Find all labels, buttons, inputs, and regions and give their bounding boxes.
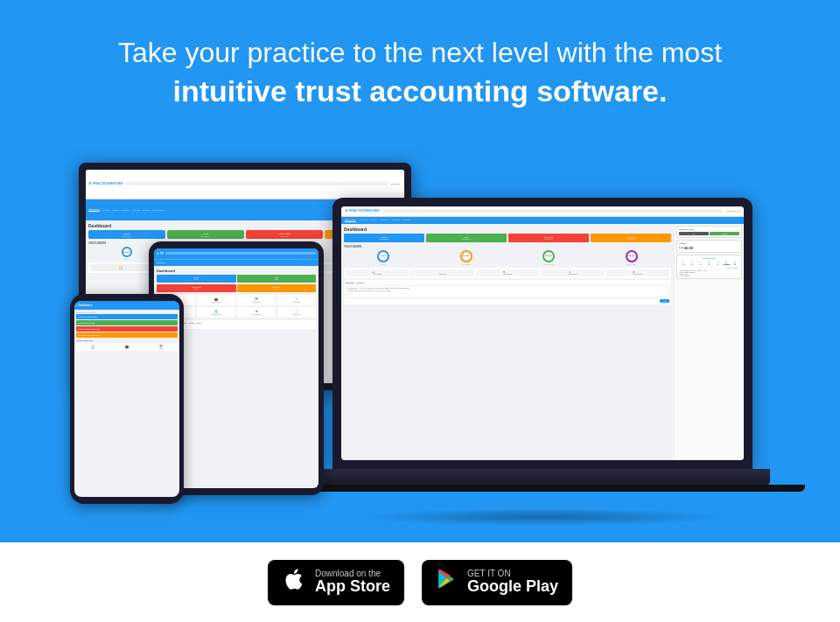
tablet-search [165, 252, 316, 255]
t-billable: BILLABLE $22K [237, 284, 317, 292]
laptop-nav: Dashboard Contacts Matters Calendar Acti… [341, 217, 744, 224]
app-store-main: App Store [315, 578, 390, 596]
page-wrapper: Take your practice to the next level wit… [0, 0, 840, 622]
l-today-circle: 6 hrs. [377, 250, 389, 262]
nav-contacts: Contacts [102, 209, 110, 212]
phone-billable: BILLABLE $22,455.50 usd [76, 332, 178, 338]
phone-trust-txt: TRUST $110,525.50 usd [78, 316, 97, 318]
devices-container: ⚙ PRACTICEPANTHER Nala Biliban Dashboard… [70, 145, 770, 521]
l-play-icon: ▶ [682, 246, 683, 249]
today-circle: 6 hrs. [122, 247, 132, 257]
laptop-base [315, 469, 770, 485]
l-month-lbl: THIS MONTH [543, 263, 554, 265]
phone-paid-txt: PAID $72,395.75 usd [78, 322, 94, 324]
phone-dashboard: ≡ Dashboard Date Range: ALL TIME ▼ TRUST… [74, 301, 179, 497]
ti-6: 💲New Invoice [197, 307, 235, 318]
l-agenda-label: YOUR AGENDA [679, 267, 739, 269]
l-week-circle: 32 hrs. [460, 250, 472, 262]
l-week-lbl: THIS WEEK [461, 263, 471, 265]
app-store-badge[interactable]: Download on the App Store [268, 560, 404, 605]
l-today-lbl: TODAY [381, 263, 387, 265]
store-badges-section: Download on the App Store GET IT ON Goog… [0, 542, 840, 622]
l-week: 32 hrs. THIS WEEK [427, 250, 507, 265]
due-value: $6,430.00 [281, 235, 289, 237]
l-timer-title: TIMER [679, 242, 739, 245]
laptop-cards: TRUST $110,525.50 PAID $72,395.75 [344, 234, 671, 242]
ti-4: ✓New Task [277, 295, 316, 305]
lnav-activities: Activities [391, 219, 400, 221]
phone-header: ≡ Dashboard [74, 301, 179, 310]
google-play-badge[interactable]: GET IT ON Google Play [422, 560, 572, 605]
phone-display: ≡ Dashboard Date Range: ALL TIME ▼ TRUST… [74, 301, 179, 497]
l-trust-val: $110,525.50 [379, 238, 388, 240]
pi-2: 💼Contact [110, 343, 144, 351]
l-today: 6 hrs. TODAY [344, 250, 424, 265]
google-play-text: GET IT ON Google Play [467, 569, 558, 596]
nav-dashboard: Dashboard [88, 208, 100, 212]
l-year: 486 hrs. THIS YEAR [592, 250, 672, 265]
l-activity2: The payment account at All-Bank is the T… [347, 290, 668, 291]
t-due: TOTAL DUE $6.4K [157, 284, 236, 292]
phone-paid: PAID $72,395.75 usd [76, 320, 178, 325]
l-cal-month: MARCH 2017 [679, 257, 739, 260]
laptop-shadow [360, 508, 724, 526]
l-save-row: Save [346, 299, 669, 303]
ti-8: 📄New Note [277, 307, 316, 318]
lnav-contacts: Contacts [359, 219, 368, 221]
laptop-right-panel: MOBILE APPS iOS Android TIMER [674, 224, 744, 460]
laptop-user: Nala Biliban ▼ [725, 210, 740, 213]
lnav-calendar: Calendar [380, 219, 388, 221]
l-timer-value: 45:09 [684, 246, 693, 250]
laptop-dashboard: ⚙ PRACTICEPANTHER Nala Biliban ▼ Dashboa… [341, 206, 744, 460]
search-bar [126, 182, 388, 185]
laptop-dash-title: Dashboard [344, 227, 671, 232]
phone-icons: 📋Matter 💼Contact 📅Event [76, 343, 178, 351]
t-paid-val: $72K [275, 278, 278, 280]
l-hours-label: YOUR HOURS [344, 245, 671, 248]
phone: ≡ Dashboard Date Range: ALL TIME ▼ TRUST… [70, 294, 184, 504]
l-activity1: Nalia Biliban — For Elphi Patterson / he… [347, 287, 668, 289]
t-billable-val: $22K [275, 288, 278, 290]
l-month: 80 hrs. THIS MONTH [509, 250, 589, 265]
app-store-text: Download on the App Store [315, 569, 390, 596]
ti-2: 💼New Contact [197, 295, 235, 305]
l-save-button[interactable]: Save [660, 299, 669, 303]
user-name: Nala Biliban [390, 183, 400, 185]
l-android-btn: Android [710, 232, 739, 235]
l-billable-card: BILLABLE $22,455.50 [591, 234, 671, 242]
tablet-cards: TRUST $110K PAID $72K [157, 275, 316, 283]
l-cal-grid: Su Mo Tu We Th Fr Sa [679, 261, 739, 266]
l-cal-d20-today: 17 [723, 264, 731, 265]
paid-card: PAID $72,395.75 [167, 230, 244, 239]
l-calendar: MARCH 2017 Su Mo Tu We Th Fr [676, 255, 742, 280]
laptop-main: Dashboard TRUST $110,525.50 PAID [341, 224, 674, 460]
phone-title: ≡ Dashboard [76, 304, 92, 307]
nav-invoices: Invoices [142, 209, 150, 212]
laptop-header: ⚙ PRACTICEPANTHER Nala Biliban ▼ [341, 206, 744, 217]
l-qc4: 💲Track Time [541, 269, 604, 276]
l-agenda4: ▪ Call w/ Biliban [679, 275, 739, 276]
total-due-card: TOTAL DUE $6,430.00 [246, 230, 323, 239]
ti-3: 📅New Event [237, 295, 276, 305]
laptop-screen: ⚙ PRACTICEPANTHER Nala Biliban ▼ Dashboa… [332, 198, 752, 469]
t-paid: PAID $72K [237, 275, 317, 283]
google-play-main: Google Play [467, 578, 558, 596]
ti-7: ✉Add Contact [237, 307, 276, 318]
dash-header: ⚙ PRACTICEPANTHER Nala Biliban [86, 170, 404, 199]
phone-content: Date Range: ALL TIME ▼ TRUST $110,525.50… [74, 310, 179, 353]
tablet-title: Dashboard [157, 269, 316, 273]
laptop-hours: 6 hrs. TODAY 32 hrs. THIS WEEK [344, 250, 671, 265]
headline-bold: intuitive trust accounting software. [118, 72, 722, 110]
phone-date-range: Date Range: ALL TIME ▼ [76, 311, 178, 313]
l-qc2: ✓New Task [410, 269, 473, 276]
l-ios-btn: iOS [679, 232, 709, 235]
laptop-foot [315, 485, 805, 492]
laptop-display: ⚙ PRACTICEPANTHER Nala Biliban ▼ Dashboa… [341, 206, 744, 460]
l-billable-val: $22,455.50 [626, 238, 635, 240]
laptop-body: Dashboard TRUST $110,525.50 PAID [341, 224, 744, 460]
l-due-card: TOTAL DUE $6,430.00 [508, 234, 589, 242]
l-month-circle: 80 hrs. [542, 250, 555, 262]
laptop-logo: ⚙ PRACTICEPANTHER [345, 209, 380, 213]
tablet-logo: ⚙ PP [157, 252, 164, 255]
headline: Take your practice to the next level wit… [118, 35, 722, 110]
